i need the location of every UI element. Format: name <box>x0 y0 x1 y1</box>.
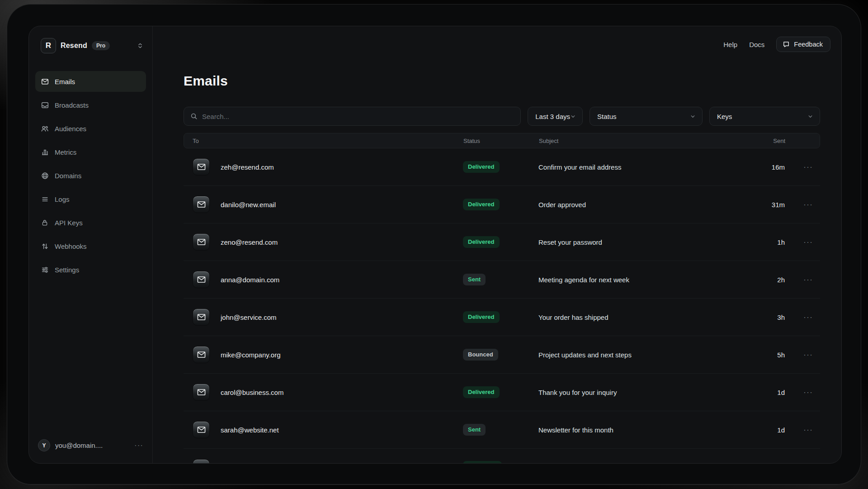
row-actions-icon[interactable]: ··· <box>785 275 820 285</box>
brand-name: Resend <box>61 42 87 50</box>
sidebar-item-emails[interactable]: Emails <box>35 71 146 92</box>
row-actions-icon[interactable]: ··· <box>785 388 820 397</box>
main-content: Help Docs Feedback Emails Last <box>153 26 841 463</box>
search-icon <box>190 113 198 120</box>
feedback-bubble-icon <box>783 41 790 48</box>
status-badge: Delivered <box>463 311 500 323</box>
avatar: Y <box>38 439 50 451</box>
table-row[interactable]: anna@domain.com Sent Meeting agenda for … <box>184 261 820 299</box>
docs-link[interactable]: Docs <box>749 41 764 48</box>
column-subject: Subject <box>539 138 758 144</box>
row-actions-icon[interactable]: ··· <box>785 313 820 322</box>
table-row[interactable]: zeno@resend.com Delivered Reset your pas… <box>184 223 820 261</box>
window-bezel: R Resend Pro Emails Broadcasts Audiences… <box>7 5 861 484</box>
table-row[interactable]: danilo@new.email Delivered Order approve… <box>184 186 820 223</box>
arrows-up-down-icon <box>41 242 49 250</box>
sidebar-item-broadcasts[interactable]: Broadcasts <box>35 95 146 115</box>
account-menu[interactable]: Y you@domain.... ··· <box>38 439 143 451</box>
chevron-down-icon <box>690 114 696 119</box>
sidebar-item-logs[interactable]: Logs <box>35 189 146 209</box>
list-icon <box>41 195 49 203</box>
mail-icon <box>41 78 49 85</box>
row-actions-icon[interactable]: ··· <box>785 200 820 209</box>
row-actions-icon[interactable]: ··· <box>785 350 820 360</box>
chevrons-up-down-icon[interactable] <box>137 43 143 49</box>
status-badge <box>463 461 502 464</box>
account-options-icon[interactable]: ··· <box>134 441 143 450</box>
table-row[interactable]: carol@business.com Delivered Thank you f… <box>184 374 820 411</box>
sidebar-item-settings[interactable]: Settings <box>35 259 146 280</box>
sidebar-item-label: Metrics <box>55 148 76 156</box>
bar-chart-icon <box>41 148 49 156</box>
sidebar-item-metrics[interactable]: Metrics <box>35 142 146 162</box>
email-envelope-icon <box>193 309 210 326</box>
workspace-switcher[interactable]: R Resend Pro <box>35 38 146 54</box>
globe-icon <box>41 172 49 180</box>
users-icon <box>41 125 49 133</box>
table-row[interactable]: mike@company.org Bounced Project updates… <box>184 336 820 374</box>
table-row[interactable]: sarah@website.net Sent Newsletter for th… <box>184 411 820 449</box>
status-badge: Delivered <box>463 236 500 248</box>
sent-time: 3h <box>758 313 785 321</box>
email-subject: Your order has shipped <box>538 313 758 321</box>
emails-table: To Status Subject Sent zeh@resend.com De… <box>184 133 820 464</box>
sliders-icon <box>41 266 49 274</box>
account-email: you@domain.... <box>55 442 103 449</box>
sidebar-item-webhooks[interactable]: Webhooks <box>35 236 146 256</box>
recipient-email: zeh@resend.com <box>221 163 274 171</box>
column-to: To <box>184 138 463 144</box>
row-actions-icon[interactable]: ··· <box>785 237 820 247</box>
table-row-partial[interactable]: ··· <box>184 449 820 464</box>
filter-dropdown-keys[interactable]: Keys <box>709 107 820 126</box>
email-subject: Reset your password <box>538 238 758 246</box>
table-row[interactable]: john@service.com Delivered Your order ha… <box>184 299 820 336</box>
inbox-icon <box>41 101 49 109</box>
search-field[interactable] <box>184 107 521 126</box>
email-envelope-icon <box>193 346 210 363</box>
column-sent: Sent <box>758 138 785 144</box>
email-envelope-icon <box>193 384 210 401</box>
status-badge: Delivered <box>463 161 500 173</box>
dropdown-label: Last 3 days <box>535 113 570 120</box>
sent-time: 16m <box>758 163 785 171</box>
dropdown-label: Keys <box>717 113 732 120</box>
table-row[interactable]: zeh@resend.com Delivered Confirm your em… <box>184 148 820 186</box>
row-actions-icon[interactable]: ··· <box>785 162 820 172</box>
filter-dropdown-last-3-days[interactable]: Last 3 days <box>528 107 583 126</box>
recipient-email: danilo@new.email <box>221 201 276 209</box>
sidebar-item-audiences[interactable]: Audiences <box>35 118 146 139</box>
email-subject: Thank you for your inquiry <box>538 389 758 396</box>
email-envelope-icon <box>193 158 210 176</box>
status-badge: Delivered <box>463 386 500 398</box>
sidebar-item-label: Audiences <box>55 125 86 133</box>
recipient-email: anna@domain.com <box>221 276 279 284</box>
app-window: R Resend Pro Emails Broadcasts Audiences… <box>28 26 842 464</box>
filter-bar: Last 3 days Status Keys <box>184 107 820 126</box>
sidebar-item-label: API Keys <box>55 219 83 227</box>
table-body: zeh@resend.com Delivered Confirm your em… <box>184 148 820 464</box>
recipient-email: john@service.com <box>221 313 277 321</box>
chevron-down-icon <box>807 114 813 119</box>
plan-badge: Pro <box>92 41 110 50</box>
row-actions-icon[interactable]: ··· <box>785 425 820 435</box>
email-envelope-icon <box>193 421 210 438</box>
sidebar-item-label: Broadcasts <box>55 101 89 109</box>
sidebar-item-domains[interactable]: Domains <box>35 165 146 186</box>
feedback-button[interactable]: Feedback <box>776 37 830 52</box>
dropdown-label: Status <box>597 113 617 120</box>
email-envelope-icon <box>193 196 210 213</box>
lock-icon <box>41 219 49 227</box>
help-link[interactable]: Help <box>723 41 737 48</box>
filter-dropdown-status[interactable]: Status <box>590 107 703 126</box>
sidebar-item-api-keys[interactable]: API Keys <box>35 212 146 233</box>
column-status: Status <box>463 138 539 144</box>
status-badge: Sent <box>463 424 486 436</box>
sidebar-item-label: Settings <box>55 266 79 274</box>
recipient-email: sarah@website.net <box>221 426 279 434</box>
page-title: Emails <box>184 73 841 89</box>
sidebar-item-label: Webhooks <box>55 242 87 250</box>
search-input[interactable] <box>202 113 514 120</box>
email-subject: Order approved <box>538 201 758 209</box>
sent-time: 1d <box>758 426 785 434</box>
recipient-email: mike@company.org <box>221 351 281 359</box>
